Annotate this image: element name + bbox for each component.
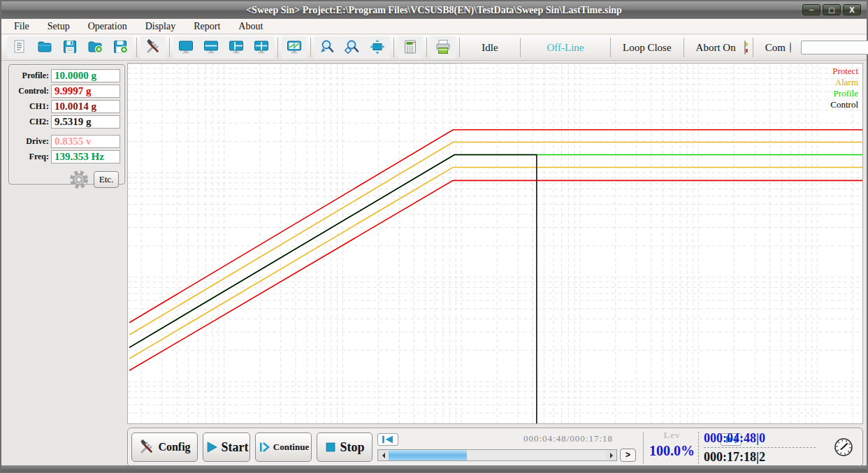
- scrollbar-thumb[interactable]: [389, 450, 467, 460]
- separator: [426, 38, 427, 57]
- com-status-led-icon: [790, 42, 791, 53]
- fit-view-button[interactable]: [365, 36, 390, 59]
- elapsed-time: 000:04:48|0: [704, 429, 816, 447]
- window-frame-bottom: [1, 465, 867, 472]
- calculator-button[interactable]: [398, 36, 423, 59]
- readout-freq-value: 139.353 Hz: [51, 150, 120, 163]
- scrollbar-right-arrow[interactable]: [606, 450, 616, 460]
- zoom-previous-button[interactable]: [314, 36, 340, 59]
- etc-button[interactable]: Etc.: [94, 171, 119, 188]
- app-window: <Sweep Sin> Project:E:\Program Files\VCS…: [0, 0, 868, 473]
- readout-drive-label: Drive:: [12, 136, 51, 147]
- window-titlebar: <Sweep Sin> Project:E:\Program Files\VCS…: [1, 1, 867, 19]
- separator: [310, 38, 311, 57]
- readout-list: Profile:10.0000 gControl:9.9997 gCH1:10.…: [9, 69, 124, 163]
- level-label: Lev: [646, 430, 697, 441]
- readout-profile-value: 10.0000 g: [51, 69, 120, 82]
- control-panel: Profile:10.0000 gControl:9.9997 gCH1:10.…: [8, 64, 125, 184]
- menu-item-setup[interactable]: Setup: [48, 21, 70, 32]
- signal-display-button[interactable]: [282, 36, 307, 59]
- menu-item-report[interactable]: Report: [194, 21, 220, 32]
- config-tools-button[interactable]: [140, 36, 166, 59]
- readout-control-label: Control:: [12, 86, 51, 96]
- transport-buttons: ConfigStartContinueStop: [131, 432, 372, 462]
- tools-icon: [145, 38, 161, 57]
- scrollbar-left-arrow[interactable]: [378, 450, 389, 460]
- maximize-button[interactable]: □: [823, 4, 841, 15]
- open-project-button[interactable]: [32, 36, 57, 59]
- stop-icon: [324, 441, 337, 453]
- separator: [277, 38, 278, 57]
- settings-gear-button[interactable]: [68, 169, 89, 190]
- document-icon: [11, 38, 28, 57]
- calculator-icon: [402, 38, 419, 57]
- open-add-button[interactable]: [82, 36, 108, 59]
- readout-ch2: CH2:9.5319 g: [12, 115, 120, 129]
- status-loop-close: Loop Close: [614, 37, 680, 58]
- continue-button[interactable]: Continue: [255, 432, 312, 462]
- folder-icon: [36, 38, 54, 57]
- level-value: 100.0%: [646, 443, 697, 459]
- menu-bar: FileSetupOperationDisplayReportAbout: [1, 19, 867, 34]
- menu-item-operation[interactable]: Operation: [88, 21, 127, 32]
- com-label: Com: [757, 37, 786, 58]
- window-controls: ─ □ X: [802, 4, 861, 15]
- panel-footer: Etc.: [9, 169, 119, 190]
- scrollbar-track[interactable]: [389, 450, 606, 460]
- abort-level-meter: [744, 41, 746, 54]
- chart-plot[interactable]: ProtectAlarmProfileControl: [127, 63, 863, 424]
- monitor-grid-icon: [252, 38, 270, 57]
- menu-item-file[interactable]: File: [14, 21, 29, 32]
- com-message-field[interactable]: [801, 41, 868, 54]
- readout-ch2-label: CH2:: [12, 117, 51, 127]
- menu-item-about[interactable]: About: [238, 21, 263, 32]
- layout-grid-button[interactable]: [249, 36, 274, 59]
- play-icon: [205, 440, 219, 454]
- skip-to-start-button[interactable]: [377, 433, 398, 446]
- save-as-button[interactable]: [108, 36, 133, 59]
- expand-timeline-button[interactable]: >: [620, 449, 636, 462]
- separator: [610, 38, 611, 57]
- gear-icon: [68, 182, 89, 192]
- total-time: 000:17:18|2: [704, 448, 816, 466]
- new-document-button[interactable]: [7, 36, 32, 59]
- chart-grid: [128, 64, 862, 423]
- printer-icon: [434, 38, 452, 57]
- readout-control-value: 9.9997 g: [51, 85, 120, 98]
- menu-item-display[interactable]: Display: [145, 21, 176, 32]
- start-button-label: Start: [222, 440, 249, 455]
- minimize-button[interactable]: ─: [802, 4, 820, 15]
- status-idle: Idle: [463, 37, 516, 58]
- print-button[interactable]: [431, 36, 456, 59]
- legend-item-control: Control: [830, 99, 858, 110]
- window-title: <Sweep Sin> Project:E:\Program Files\VCS…: [246, 5, 622, 16]
- separator: [459, 38, 460, 57]
- clock-icon: [832, 436, 855, 461]
- separator: [393, 38, 394, 57]
- save-project-button[interactable]: [57, 36, 82, 59]
- save-icon: [62, 38, 78, 57]
- readout-profile: Profile:10.0000 g: [12, 69, 120, 82]
- stop-button-label: Stop: [340, 440, 364, 455]
- config-button[interactable]: Config: [131, 432, 198, 462]
- close-button[interactable]: X: [843, 4, 861, 15]
- readout-ch1: CH1:10.0014 g: [12, 100, 120, 113]
- start-button[interactable]: Start: [203, 432, 250, 462]
- continue-button-label: Continue: [273, 442, 309, 453]
- readout-control: Control:9.9997 g: [12, 85, 120, 98]
- legend-item-protect: Protect: [830, 66, 858, 77]
- timeline-scrollbar[interactable]: [377, 449, 617, 461]
- zoom-prev-icon: [318, 38, 336, 57]
- abort-meter-tick-red: [746, 49, 748, 52]
- legend-item-profile: Profile: [830, 88, 858, 99]
- stop-button[interactable]: Stop: [317, 432, 372, 462]
- layout-split-button[interactable]: [224, 36, 249, 59]
- folder-add-icon: [86, 38, 104, 57]
- zoom-box-button[interactable]: [340, 36, 365, 59]
- layout-rows-button[interactable]: [198, 36, 224, 59]
- readout-ch2-value: 9.5319 g: [51, 115, 120, 129]
- series-protect-low: [129, 180, 862, 370]
- layout-single-button[interactable]: [173, 36, 198, 59]
- abort-meter-tick-yellow: [746, 43, 748, 46]
- level-indicator: Lev 100.0%: [646, 430, 697, 466]
